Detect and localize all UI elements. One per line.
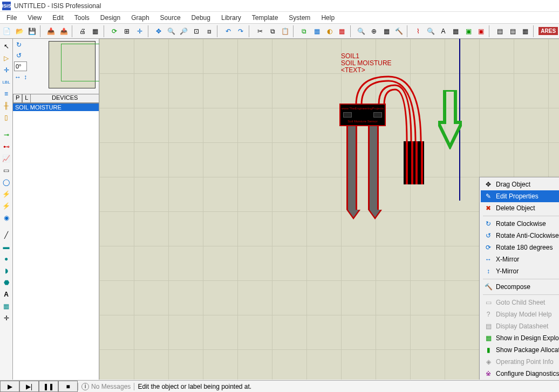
remove-sheet-icon[interactable]: ▣ <box>475 25 487 37</box>
ctx-edit-properties[interactable]: ✎Edit PropertiesCtrl+E <box>481 190 559 202</box>
origin-icon[interactable]: ✛ <box>134 25 145 37</box>
circle-2d-icon[interactable]: ● <box>1 253 12 264</box>
pick-icon[interactable]: 🔍 <box>356 25 367 37</box>
netlist-icon[interactable]: ▦ <box>520 25 531 37</box>
design-explorer-icon[interactable]: ▦ <box>450 25 461 37</box>
zoom-in-icon[interactable]: 🔍 <box>166 25 177 37</box>
save-icon[interactable]: 💾 <box>26 25 38 37</box>
bom-icon[interactable]: ▤ <box>494 25 506 37</box>
marker-2d-icon[interactable]: ✛ <box>1 313 12 324</box>
path-2d-icon[interactable]: ⬣ <box>1 277 12 288</box>
ares-button[interactable]: ARES <box>538 27 558 35</box>
label-tool-icon[interactable]: LBL <box>1 77 12 87</box>
generator-tool-icon[interactable]: ◯ <box>1 177 12 188</box>
ctx-x-mirror[interactable]: ↔X-MirrorCtrl+M <box>481 253 559 265</box>
rotate-cw-icon[interactable]: ↻ <box>14 40 24 50</box>
subcircuit-tool-icon[interactable]: ▯ <box>1 112 12 123</box>
ctx-show-package-allocation[interactable]: ▮Show Package Allocation <box>481 344 559 356</box>
menu-graph[interactable]: Graph <box>126 13 154 23</box>
decompose-icon[interactable]: 🔨 <box>393 25 405 37</box>
mirror-x-icon[interactable]: ↔ <box>14 72 22 82</box>
overview-window[interactable] <box>49 41 96 88</box>
devices-tab-p[interactable]: P <box>13 94 22 103</box>
menu-view[interactable]: View <box>22 13 47 23</box>
menu-debug[interactable]: Debug <box>186 13 216 23</box>
ctx-show-in-design-explorer[interactable]: ▦Show in Design Explorer <box>481 332 559 344</box>
arc-2d-icon[interactable]: ◗ <box>1 265 12 276</box>
search-icon[interactable]: 🔍 <box>425 25 436 37</box>
step-button[interactable]: ▶| <box>19 381 39 392</box>
ctx-delete-object[interactable]: ✖Delete Object <box>481 202 559 214</box>
menu-source[interactable]: Source <box>155 13 186 23</box>
selection-tool-icon[interactable]: ↖ <box>1 41 12 52</box>
new-file-icon[interactable]: 📄 <box>1 25 12 37</box>
ctx-rotate-anti-clockwise[interactable]: ↺Rotate Anti-ClockwiseNum-+ <box>481 230 559 242</box>
ctx-rotate-clockwise[interactable]: ↻Rotate ClockwiseNum-- <box>481 218 559 230</box>
symbol-2d-icon[interactable]: ▦ <box>1 301 12 312</box>
copy-icon[interactable]: ⧉ <box>267 25 278 37</box>
soil-moisture-component[interactable]: www.TheEngineeringProjects Soil Moisture… <box>339 104 386 210</box>
refresh-icon[interactable]: ⟳ <box>108 25 120 37</box>
ctx-decompose[interactable]: 🔨Decompose <box>481 281 559 293</box>
pin-tool-icon[interactable]: ⊷ <box>1 141 12 152</box>
play-button[interactable]: ▶ <box>0 381 19 392</box>
menu-design[interactable]: Design <box>95 13 126 23</box>
redo-icon[interactable]: ↷ <box>235 25 247 37</box>
rotation-input[interactable]: 0° <box>14 61 27 71</box>
menu-file[interactable]: File <box>1 13 22 23</box>
ctx-drag-object[interactable]: ✥Drag Object <box>481 178 559 190</box>
graph-tool-icon[interactable]: 📈 <box>1 153 12 164</box>
stop-button[interactable]: ■ <box>58 381 78 392</box>
block-move-icon[interactable]: ▦ <box>311 25 322 37</box>
paste-icon[interactable]: 📋 <box>280 25 291 37</box>
import-icon[interactable]: 📥 <box>45 25 57 37</box>
device-list[interactable]: SOIL MOISTURE <box>13 104 99 380</box>
junction-tool-icon[interactable]: ✛ <box>1 65 12 75</box>
pause-button[interactable]: ❚❚ <box>39 381 58 392</box>
box-2d-icon[interactable]: ▬ <box>1 242 12 252</box>
voltage-probe-icon[interactable]: ⚡ <box>1 189 12 200</box>
make-device-icon[interactable]: ⊕ <box>368 25 379 37</box>
text-2d-icon[interactable]: A <box>1 289 12 300</box>
menu-tools[interactable]: Tools <box>69 13 95 23</box>
ctx-rotate-180-degrees[interactable]: ⟳Rotate 180 degrees <box>481 242 559 253</box>
open-file-icon[interactable]: 📂 <box>13 25 25 37</box>
ctx-configure-diagnostics[interactable]: ※Configure Diagnostics <box>481 368 559 380</box>
messages-icon[interactable]: i <box>81 383 89 390</box>
current-probe-icon[interactable]: ⚡ <box>1 201 12 211</box>
devices-tab-l[interactable]: L <box>22 94 31 103</box>
pan-icon[interactable]: ✥ <box>153 25 164 37</box>
device-item[interactable]: SOIL MOISTURE <box>13 104 99 111</box>
ctx-y-mirror[interactable]: ↕Y-Mirror <box>481 265 559 277</box>
grid-toggle-icon[interactable]: ⊞ <box>121 25 133 37</box>
menu-help[interactable]: Help <box>316 13 340 23</box>
menu-edit[interactable]: Edit <box>47 13 69 23</box>
terminal-tool-icon[interactable]: ⊸ <box>1 129 12 140</box>
bus-tool-icon[interactable]: ╫ <box>1 100 12 111</box>
instrument-tool-icon[interactable]: ◉ <box>1 212 12 223</box>
zoom-out-icon[interactable]: 🔎 <box>178 25 189 37</box>
block-copy-icon[interactable]: ⧉ <box>298 25 310 37</box>
print-icon[interactable]: 🖨 <box>77 25 88 37</box>
line-2d-icon[interactable]: ╱ <box>1 230 12 240</box>
mirror-y-icon[interactable]: ↕ <box>22 72 29 82</box>
menu-library[interactable]: Library <box>216 13 247 23</box>
block-rotate-icon[interactable]: ◐ <box>324 25 335 37</box>
mark-icon[interactable]: ▦ <box>90 25 101 37</box>
export-icon[interactable]: 📤 <box>58 25 69 37</box>
packaging-icon[interactable]: ▦ <box>380 25 392 37</box>
property-tool-icon[interactable]: A <box>438 25 449 37</box>
wire-auto-icon[interactable]: ⌇ <box>412 25 424 37</box>
undo-icon[interactable]: ↶ <box>222 25 234 37</box>
text-script-tool-icon[interactable]: ≡ <box>1 88 12 99</box>
menu-system[interactable]: System <box>283 13 316 23</box>
zoom-area-icon[interactable]: ⧈ <box>203 25 215 37</box>
zoom-fit-icon[interactable]: ⊡ <box>191 25 202 37</box>
cut-icon[interactable]: ✂ <box>254 25 265 37</box>
tape-tool-icon[interactable]: ▭ <box>1 165 12 176</box>
component-tool-icon[interactable]: ▷ <box>1 53 12 64</box>
new-sheet-icon[interactable]: ▣ <box>463 25 474 37</box>
schematic-canvas[interactable]: SOIL1 SOIL MOISTURE <TEXT> www.TheEngine… <box>99 39 559 380</box>
block-delete-icon[interactable]: ▦ <box>336 25 347 37</box>
erc-icon[interactable]: ▤ <box>507 25 519 37</box>
